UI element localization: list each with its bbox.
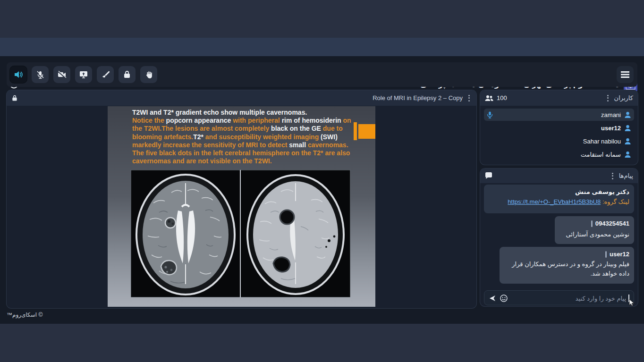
mri-t2star <box>247 175 344 294</box>
message-link-label: لینک گروه: <box>602 198 629 205</box>
screen-share-icon <box>79 70 88 79</box>
user-name: zamani <box>601 111 621 118</box>
user-name: Sahar nabilou <box>583 138 621 145</box>
camera-off-icon <box>57 70 67 79</box>
chat-input-bar <box>484 290 634 305</box>
emoji-icon[interactable] <box>500 295 508 302</box>
users-title: کاربران <box>614 94 633 101</box>
presentation-menu-icon[interactable] <box>466 93 472 103</box>
message-text: نوشین محمودی آستارائی <box>559 230 629 239</box>
message-sender: دکتر یوسفی منش <box>489 188 629 195</box>
user-avatar-icon <box>624 111 631 118</box>
active-mic-icon <box>487 111 493 118</box>
messages-title: پیام‌ها <box>619 172 633 179</box>
people-icon <box>485 95 493 101</box>
raise-hand-icon <box>144 70 153 79</box>
presentation-title: Role of MRI in Epilepsy 2 – Copy <box>373 94 463 101</box>
mouse-cursor <box>629 299 635 307</box>
user-name: user12 <box>601 125 621 132</box>
mri-t2wi <box>136 175 235 295</box>
slide-line: blooming artefacts.T2* and susceptibilit… <box>132 133 356 141</box>
sender-color-bar <box>591 220 593 227</box>
skyroom-app: 1:32:03 دانشگاه علوم پزشکی تهران : 100-ک… <box>0 0 644 362</box>
presentation-header: Role of MRI in Epilepsy 2 – Copy <box>7 90 476 106</box>
slide-line: The five black dots in the left cerebral… <box>132 149 356 157</box>
slide-text: T2WI and T2* gradient echo show multiple… <box>132 109 356 165</box>
user-avatar-icon <box>624 151 631 158</box>
raise-hand-button[interactable] <box>140 66 157 83</box>
users-count: 100 <box>497 94 507 101</box>
main-menu-button[interactable] <box>617 66 634 83</box>
user-row[interactable]: zamani <box>484 109 634 121</box>
users-panel: 100 کاربران zamani user12 Sahar nabilou … <box>480 90 638 165</box>
speaker-button[interactable] <box>10 66 27 83</box>
users-menu-icon[interactable] <box>605 93 610 103</box>
sender-color-bar <box>605 251 607 258</box>
user-row[interactable]: user12 <box>484 122 634 134</box>
user-row[interactable]: Sahar nabilou <box>484 135 634 147</box>
speaker-icon <box>14 70 23 79</box>
chat-icon <box>485 172 492 179</box>
message-item[interactable]: دکتر یوسفی منش لینک گروه: https://t.me/+… <box>484 185 634 213</box>
mri-figure <box>131 170 350 297</box>
telegram-link[interactable]: https://t.me/+O-_EVbaH1r5B3bU8 <box>508 198 601 205</box>
brush-icon <box>101 70 110 79</box>
hamburger-icon <box>621 71 629 78</box>
slide-line: T2WI and T2* gradient echo show multiple… <box>132 109 356 117</box>
message-text: فیلم وبینار در گروه و در دسترس همکاران ق… <box>504 260 629 278</box>
user-avatar-icon <box>624 138 631 145</box>
send-icon[interactable] <box>489 295 496 302</box>
annotation-highlight-box <box>358 124 375 139</box>
messages-header: پیام‌ها <box>480 168 638 183</box>
slide-line: cavernomas and are not visible on the T2… <box>132 157 356 165</box>
users-header: 100 کاربران <box>480 90 638 106</box>
user-row[interactable]: سمانه استقامت <box>484 148 634 160</box>
board-lock-icon <box>11 95 18 101</box>
message-sender: 0943254541 <box>595 220 629 227</box>
message-item[interactable]: user12 فیلم وبینار در گروه و در دسترس هم… <box>500 247 634 284</box>
lock-icon <box>123 70 131 79</box>
draw-button[interactable] <box>97 66 114 83</box>
bottom-spacer-band <box>0 324 644 362</box>
slide[interactable]: T2WI and T2* gradient echo show multiple… <box>108 106 375 307</box>
slide-line: markedly increase the sensitivity of MRI… <box>132 141 356 149</box>
annotation-highlight-bar <box>354 122 357 140</box>
header-bar: 1:32:03 دانشگاه علوم پزشکی تهران : 100-ک… <box>0 38 644 56</box>
slide-line: the T2WI.The lesions are almost complete… <box>132 125 356 133</box>
user-name: سمانه استقامت <box>581 151 621 158</box>
messages-panel: پیام‌ها دکتر یوسفی منش لینک گروه: https:… <box>480 168 638 306</box>
message-sender: user12 <box>610 251 629 258</box>
presentation-panel: Role of MRI in Epilepsy 2 – Copy T2WI an… <box>7 90 476 308</box>
messages-menu-icon[interactable] <box>610 171 615 181</box>
lock-button[interactable] <box>119 66 136 83</box>
chat-input[interactable] <box>521 291 627 306</box>
microphone-button[interactable] <box>32 66 49 83</box>
camera-button[interactable] <box>53 66 70 83</box>
copyright-text: © اسکای‌روم™ <box>7 311 42 318</box>
toolbar <box>7 62 637 87</box>
microphone-muted-icon <box>36 70 45 79</box>
user-avatar-icon <box>624 125 631 132</box>
message-item[interactable]: 0943254541 نوشین محمودی آستارائی <box>555 216 634 244</box>
screen-share-button[interactable] <box>75 66 92 83</box>
slide-line: Notice the popcorn appearance with perip… <box>132 117 356 125</box>
top-spacer-band <box>0 0 644 38</box>
